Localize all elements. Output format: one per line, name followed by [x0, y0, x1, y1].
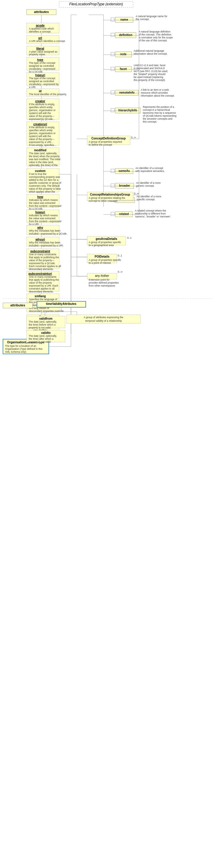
- svg-text:to a point of interest: to a point of interest: [89, 261, 111, 265]
- svg-text:the time) before which a: the time) before which a: [29, 323, 56, 326]
- element-name-desc: A natural language name for: [136, 15, 167, 18]
- svg-text:of the use of this concept.: of the use of this concept.: [139, 39, 167, 42]
- svg-text:expressed by a QCode.: expressed by a QCode.: [29, 262, 55, 265]
- attr-type-desc3: vocabulary—expressed: [29, 67, 55, 70]
- attr-how: how: [37, 195, 43, 198]
- svg-text:that apply to publishing the: that apply to publishing the: [29, 278, 59, 281]
- svg-text:XML Schema only): XML Schema only): [5, 350, 26, 353]
- svg-text:concept in a hierarchical: concept in a hierarchical: [143, 108, 170, 112]
- element-name: name: [120, 18, 128, 21]
- svg-text:specific concept.: specific concept.: [137, 198, 155, 201]
- svg-text:The date (and, optionally,: The date (and, optionally,: [29, 152, 57, 155]
- svg-text:specifies which entity: specifies which entity: [29, 129, 53, 132]
- attr-howuri: howuri: [35, 211, 45, 214]
- attr-pubconstraint: pubconstraint: [30, 250, 50, 253]
- svg-text:Indicates by which means: Indicates by which means: [29, 214, 58, 217]
- svg-text:this concept.: this concept.: [143, 120, 157, 123]
- svg-text:provider-defined properties: provider-defined properties: [89, 281, 119, 284]
- attr-uri-desc: A URI which identifies a concept.: [29, 39, 66, 42]
- element-sameas: sameAs: [118, 169, 130, 173]
- attr-type: type: [37, 58, 44, 61]
- svg-text:from other namespaces: from other namespaces: [89, 284, 115, 287]
- attr-creatoruri: creatoruri: [33, 123, 47, 126]
- attr-qcode: qcode: [36, 24, 45, 27]
- svg-text:included—expressed by a QCode.: included—expressed by a QCode.: [29, 232, 67, 235]
- svg-text:0..1: 0..1: [127, 236, 132, 239]
- svg-text:Represents the position of a: Represents the position of a: [143, 105, 174, 108]
- attr-typeuri-desc4: a URI.: [29, 86, 36, 89]
- attr-uri: uri: [38, 36, 42, 39]
- svg-text:of QCode tokens representing: of QCode tokens representing: [143, 114, 177, 117]
- diagram-title: FlexLocationPropType (extension): [69, 2, 123, 6]
- svg-text:Organisation (Type defined in : Organisation (Type defined in this: [5, 347, 43, 350]
- svg-text:to a geographical area: to a geographical area: [89, 244, 114, 247]
- svg-text:Until G2 v2.9 and later, facet: Until G2 v2.9 and later, facet: [134, 64, 166, 67]
- svg-text:constraint applies to all: constraint applies to all: [29, 287, 55, 290]
- svg-text:is normative only for the scop: is normative only for the scope: [139, 36, 173, 39]
- element-hierarchyinfo: hierarchyInfo: [118, 109, 137, 112]
- attr-pubconstrainturi: pubconstrainturi: [28, 272, 52, 275]
- svg-text:'sameAs', 'broader' or 'narrow: 'sameAs', 'broader' or 'narrower'.: [135, 215, 171, 218]
- attr-typeuri-desc3: vocabulary—expressed by: [29, 83, 59, 86]
- svg-text:NOT (see RFC 2119) be used;: NOT (see RFC 2119) be used;: [134, 70, 168, 73]
- svg-text:concept to other concepts: concept to other concepts: [89, 199, 117, 203]
- attr-validto: validto: [41, 331, 51, 335]
- svg-text:information about the concept.: information about the concept.: [141, 94, 174, 97]
- svg-text:taxonomy tree by a sequence: taxonomy tree by a sequence: [143, 112, 176, 114]
- attr-literal: literal: [36, 47, 44, 50]
- svg-text:A related concept where the: A related concept where the: [135, 209, 166, 212]
- svg-text:Each constraint applies to all: Each constraint applies to all: [29, 265, 61, 268]
- svg-text:If set to true the: If set to true the: [29, 173, 47, 176]
- attr-modified: modified: [34, 149, 47, 152]
- svg-text:Why the metadata has been: Why the metadata has been: [29, 241, 61, 244]
- svg-text:An identifier of a more: An identifier of a more: [137, 195, 161, 198]
- svg-text:The date (and, optionally,: The date (and, optionally,: [29, 320, 57, 323]
- svg-text:customers only. The default: customers only. The default: [29, 184, 60, 187]
- svg-text:If the attribute is empty,: If the attribute is empty,: [29, 103, 55, 106]
- attr-typeuri-desc1: The type of the concept: [29, 77, 55, 80]
- concept-definition-group: ConceptDefinitionGroup: [91, 137, 126, 140]
- attr-id: id: [39, 90, 42, 93]
- svg-text:which applies when the: which applies when the: [29, 190, 55, 193]
- svg-text:the value was extracted: the value was extracted: [29, 202, 56, 205]
- svg-text:expressed by a URI. Each: expressed by a URI. Each: [29, 284, 58, 287]
- svg-text:generic concept.: generic concept.: [136, 184, 154, 187]
- attr-why: why: [37, 226, 43, 229]
- svg-text:expressed by QCode...: expressed by QCode...: [29, 118, 55, 121]
- svg-text:value of the property—: value of the property—: [29, 115, 54, 118]
- svg-text:An identifier of a more: An identifier of a more: [136, 181, 161, 184]
- svg-text:be used instead (replacing: be used instead (replacing: [134, 75, 163, 79]
- svg-text:descendant properties override: descendant properties override: [29, 310, 63, 313]
- attr-validfrom: validfrom: [39, 317, 52, 320]
- svg-text:Why the metadata has been: Why the metadata has been: [29, 229, 61, 232]
- svg-text:An identifier of a concept: An identifier of a concept: [135, 167, 163, 169]
- svg-text:added to the G2 Item for a: added to the G2 Item for a: [29, 179, 58, 181]
- attr-literal-desc2: property value.: [29, 53, 46, 56]
- svg-text:The date (and, optionally,: The date (and, optionally,: [29, 335, 57, 337]
- svg-text:value of the property—: value of the property—: [29, 138, 54, 141]
- svg-text:property is not valid.: property is not valid.: [29, 340, 51, 343]
- svg-text:If non-empty, specifies...: If non-empty, specifies...: [29, 144, 56, 147]
- svg-text:the time) when the property: the time) when the property: [29, 155, 60, 158]
- svg-text:0..∞: 0..∞: [118, 270, 123, 273]
- svg-text:value is the date (and,: value is the date (and,: [29, 161, 54, 164]
- poi-details: POIDetails: [95, 255, 109, 258]
- bottom-attributes-label: attributes: [10, 303, 25, 307]
- svg-text:this property of the concept).: this property of the concept).: [134, 79, 166, 82]
- attr-id-desc: The local identifier of the property.: [29, 93, 67, 96]
- geo-area-details: geoAreaDetails: [96, 237, 117, 241]
- svg-text:with equivalent semantics.: with equivalent semantics.: [135, 169, 165, 173]
- svg-text:A link to an item or a web: A link to an item or a web: [141, 88, 169, 91]
- svg-text:temporal validity of a relatio: temporal validity of a relationship: [85, 319, 122, 322]
- svg-text:A group of properties specific: A group of properties specific: [89, 258, 121, 261]
- svg-text:relationship is different from: relationship is different from: [135, 212, 166, 215]
- svg-text:Extension point for: Extension point for: [89, 278, 110, 281]
- svg-text:If the attribute is empty,: If the attribute is empty,: [29, 126, 55, 129]
- diagram-container: FlexLocationPropType (extension) attribu…: [0, 0, 215, 868]
- element-facet: facet: [120, 67, 127, 71]
- svg-text:(person, organisation or: (person, organisation or: [29, 109, 56, 112]
- time-validity-attributes: timeValidityAttributes: [46, 302, 77, 306]
- svg-text:A group of properties specific: A group of properties specific: [89, 241, 121, 244]
- svg-text:the "related" property should: the "related" property should: [134, 73, 165, 75]
- svg-text:0..1: 0..1: [118, 254, 122, 257]
